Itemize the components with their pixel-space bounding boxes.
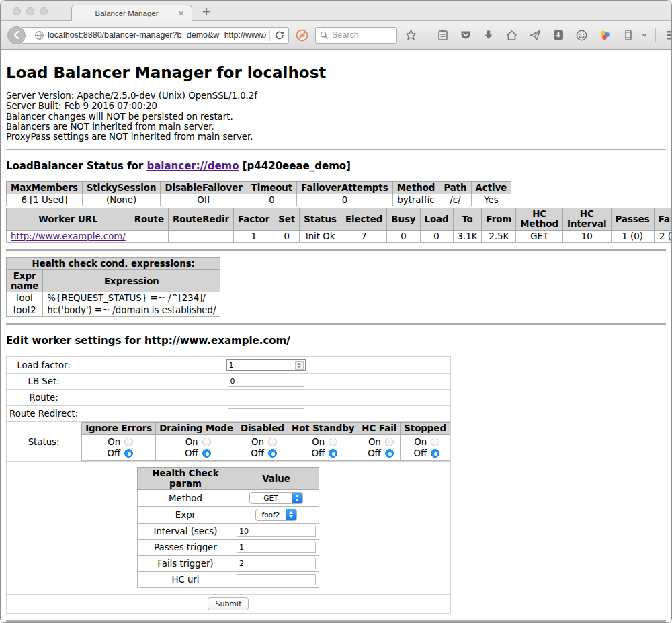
- col-to: To: [453, 208, 482, 231]
- radio-hc-fail-off[interactable]: [385, 449, 394, 458]
- cell-elected: 7: [341, 231, 386, 243]
- cell-expr-name: foof2: [7, 304, 43, 317]
- load-factor-label: Load factor:: [7, 357, 81, 374]
- clipboard-icon: [437, 29, 449, 41]
- radio-draining-mode-off[interactable]: [202, 449, 211, 458]
- col-load: Load: [420, 208, 453, 231]
- lb-set-field[interactable]: [228, 376, 304, 387]
- col-routeredir: RouteRedir: [168, 208, 233, 231]
- download-arrow-icon: [482, 29, 495, 41]
- passes-field[interactable]: [237, 542, 316, 553]
- expr-row: foof2 hc('body') =~ /domain is establish…: [7, 304, 220, 317]
- col-ignore-errors: Ignore Errors: [82, 423, 156, 435]
- minimize-window-button[interactable]: [26, 7, 34, 15]
- on-label: On: [365, 436, 381, 448]
- hc-row-passes: Passes trigger: [138, 540, 319, 556]
- menu-button[interactable]: [662, 30, 672, 40]
- hc-uri-field[interactable]: [237, 574, 316, 585]
- col-expr-name: Expr name: [7, 270, 43, 292]
- radio-ignore-errors-on[interactable]: [124, 438, 133, 446]
- worker-url-link[interactable]: http://www.example.com/: [11, 231, 126, 241]
- radio-ignore-errors-off[interactable]: [124, 449, 133, 458]
- feedback-smiley-button[interactable]: [572, 29, 591, 42]
- route-redirect-label: Route Redirect:: [7, 406, 81, 422]
- balancer-demo-link[interactable]: balancer://demo: [146, 160, 239, 172]
- cell-load: 0: [420, 231, 453, 243]
- status-radio-row: On Off On Off On Off: [82, 435, 450, 461]
- bookmark-star-button[interactable]: [401, 29, 421, 42]
- page-content: Load Balancer Manager for localhost Serv…: [1, 50, 671, 622]
- col-route: Route: [130, 208, 168, 231]
- route-field[interactable]: [228, 392, 304, 403]
- bookmarks-menu-button[interactable]: [433, 29, 452, 41]
- star-icon: [405, 29, 417, 42]
- smiley-icon: [575, 29, 588, 42]
- color-palette-button[interactable]: [595, 29, 615, 42]
- radio-draining-mode-on[interactable]: [202, 438, 211, 446]
- pocket-icon: [460, 29, 472, 41]
- divider: [6, 249, 666, 251]
- health-check-expressions-table: Health check cond. expressions: Expr nam…: [6, 257, 220, 317]
- number-spinner-icon[interactable]: [295, 361, 304, 370]
- panel-download-button[interactable]: [549, 29, 568, 41]
- loadbalancer-status-heading: LoadBalancer Status for balancer://demo …: [6, 160, 666, 172]
- off-label: Off: [411, 448, 427, 459]
- content-blocked-button[interactable]: [296, 29, 308, 42]
- balancers-note-line: Balancers are NOT inherited from main se…: [6, 122, 666, 132]
- form-row-route: Route:: [7, 390, 451, 406]
- radio-hc-fail-on[interactable]: [385, 438, 394, 446]
- back-button[interactable]: [7, 26, 26, 44]
- url-bar[interactable]: localhost:8880/balancer-manager?b=demo&w…: [20, 27, 289, 44]
- col-health-check-param: Health Check param: [138, 468, 233, 490]
- col-hc-method: HC Method: [516, 208, 563, 231]
- page-title: Load Balancer Manager for localhost: [6, 64, 666, 81]
- radio-disabled-off[interactable]: [268, 449, 277, 458]
- interval-field[interactable]: [237, 526, 316, 537]
- radio-stopped-on[interactable]: [431, 438, 439, 446]
- radio-hot-standby-off[interactable]: [329, 449, 337, 458]
- col-disabled: Disabled: [237, 423, 288, 435]
- home-button[interactable]: [502, 29, 521, 42]
- overflow-chevron-button[interactable]: [638, 32, 649, 38]
- send-tab-button[interactable]: [526, 29, 545, 42]
- radio-stopped-off[interactable]: [431, 449, 439, 458]
- close-window-button[interactable]: [13, 7, 21, 15]
- radio-disabled-on[interactable]: [268, 438, 277, 446]
- on-label: On: [104, 436, 120, 448]
- cell-status: Init Ok: [300, 231, 341, 243]
- device-sync-button[interactable]: [619, 29, 638, 41]
- titlebar: Balancer Manager × +: [1, 1, 671, 21]
- balancer-status-table: MaxMembers StickySession DisableFailover…: [6, 181, 511, 206]
- divider: [6, 323, 666, 325]
- method-select[interactable]: GET: [249, 492, 303, 504]
- maximize-window-button[interactable]: [40, 7, 48, 15]
- pocket-button[interactable]: [456, 29, 475, 41]
- health-check-param-table: Health Check param Value Method GET: [137, 467, 319, 588]
- fails-field[interactable]: [237, 558, 316, 569]
- off-label: Off: [248, 448, 264, 459]
- url-input[interactable]: localhost:8880/balancer-manager?b=demo&w…: [48, 30, 266, 40]
- expr-select[interactable]: foof2: [255, 509, 297, 521]
- toolbar-separator: [427, 28, 427, 42]
- downloads-button[interactable]: [479, 29, 498, 41]
- col-stickysession: StickySession: [82, 182, 160, 194]
- col-hot-standby: Hot Standby: [288, 423, 358, 435]
- new-tab-button[interactable]: +: [202, 6, 211, 17]
- cell-method: bytraffic: [392, 194, 439, 206]
- expr-selected-value: foof2: [256, 511, 286, 519]
- window-controls: [13, 7, 48, 15]
- col-expression: Expression: [43, 270, 220, 292]
- search-bar[interactable]: [315, 27, 397, 44]
- tab-close-icon[interactable]: ×: [176, 9, 186, 17]
- radio-hot-standby-on[interactable]: [329, 438, 337, 446]
- status-heading-prefix: LoadBalancer Status for: [6, 160, 146, 172]
- search-input[interactable]: [332, 30, 392, 40]
- reload-button[interactable]: [274, 30, 288, 40]
- load-factor-stepper[interactable]: 1: [226, 359, 306, 371]
- submit-button[interactable]: Submit: [208, 597, 249, 610]
- divider: [6, 620, 666, 622]
- tab-balancer-manager[interactable]: Balancer Manager ×: [71, 5, 192, 21]
- route-redirect-field[interactable]: [228, 408, 304, 419]
- form-row-load-factor: Load factor: 1: [7, 357, 451, 374]
- form-row-lb-set: LB Set:: [7, 374, 451, 390]
